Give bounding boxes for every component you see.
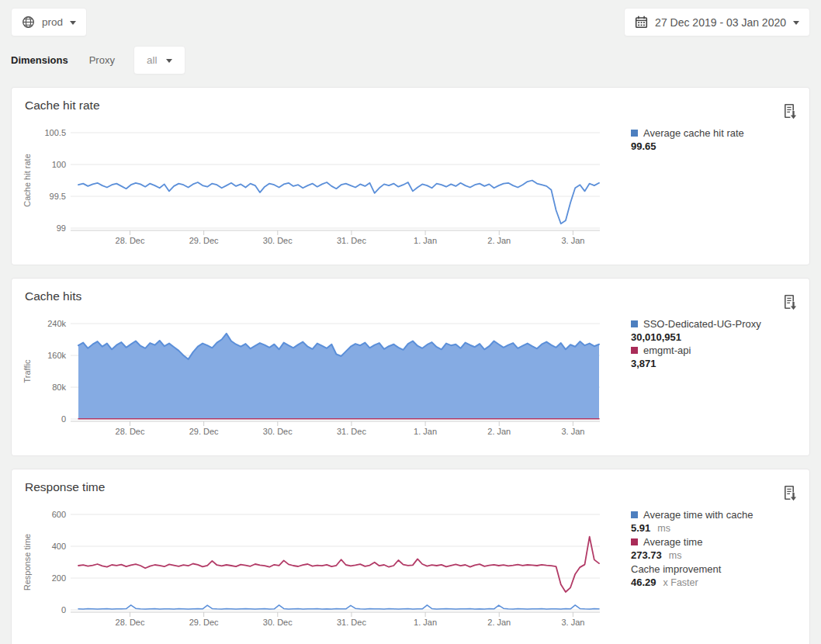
legend-label: Average time <box>643 535 702 549</box>
legend-item: Average time273.73ms <box>631 535 817 563</box>
legend-value: 99.65 <box>631 140 656 152</box>
proxy-filter-label: Proxy <box>89 54 115 66</box>
export-report-button[interactable] <box>782 294 798 311</box>
x-tick-label: 2. Jan <box>487 618 511 627</box>
dimensions-label: Dimensions <box>11 54 68 66</box>
x-tick-label: 1. Jan <box>414 236 437 245</box>
cache-hits-panel: Cache hits 240k160k80k0Traffic28. Dec29.… <box>11 278 810 456</box>
y-tick-label: 100.5 <box>44 128 66 137</box>
y-axis-title: Cache hit rate <box>23 154 32 206</box>
cache-hits-legend: SSO-Dedicated-UG-Proxy30,010,951emgmt-ap… <box>631 317 817 370</box>
y-tick-label: 240k <box>47 319 66 328</box>
x-tick-label: 29. Dec <box>189 236 219 245</box>
date-range-button[interactable]: 27 Dec 2019 - 03 Jan 2020 <box>624 8 810 36</box>
y-tick-label: 0 <box>61 605 66 615</box>
legend-unit: x Faster <box>663 577 698 588</box>
panel-title: Cache hit rate <box>25 99 100 113</box>
legend-swatch-icon <box>631 538 638 545</box>
x-tick-label: 3. Jan <box>561 618 584 627</box>
y-tick-label: 160k <box>47 351 66 360</box>
legend-item: emgmt-api3,871 <box>631 344 817 370</box>
x-tick-label: 3. Jan <box>561 236 584 245</box>
legend-label: SSO-Dedicated-UG-Proxy <box>643 317 761 331</box>
y-axis-title: Traffic <box>23 359 32 383</box>
x-tick-label: 1. Jan <box>414 618 437 627</box>
x-tick-label: 30. Dec <box>263 427 293 436</box>
panel-title: Cache hits <box>25 289 81 303</box>
x-tick-label: 28. Dec <box>116 618 145 627</box>
y-tick-label: 99 <box>57 223 66 233</box>
x-tick-label: 2. Jan <box>487 427 511 436</box>
y-tick-label: 80k <box>52 383 66 392</box>
cache-hit-rate-chart-canvas: 100.510099.599Cache hit rate28. Dec29. D… <box>12 125 625 249</box>
cache-hits-chart-canvas: 240k160k80k0Traffic28. Dec29. Dec30. Dec… <box>12 316 625 440</box>
response-time-panel: Response time 6004002000Response time28.… <box>11 469 810 644</box>
legend-label: Average time with cache <box>643 508 753 521</box>
series-line <box>78 537 599 592</box>
cache-hit-rate-legend: Average cache hit rate99.65 <box>631 126 817 153</box>
x-tick-label: 1. Jan <box>414 427 437 436</box>
legend-value: 273.73 <box>631 549 662 561</box>
chevron-down-icon <box>793 21 799 25</box>
x-tick-label: 31. Dec <box>337 236 366 245</box>
chevron-down-icon <box>166 59 172 63</box>
panel-title: Response time <box>25 480 105 494</box>
y-axis-title: Response time <box>23 534 32 590</box>
y-tick-label: 100 <box>52 160 66 169</box>
legend-item: Cache improvement46.29x Faster <box>631 563 817 590</box>
export-report-icon <box>782 294 798 311</box>
legend-swatch-icon <box>631 511 638 518</box>
x-tick-label: 30. Dec <box>263 236 293 245</box>
chevron-down-icon <box>70 21 76 25</box>
y-tick-label: 600 <box>52 510 66 519</box>
legend-label: Average cache hit rate <box>643 126 744 140</box>
export-report-button[interactable] <box>782 485 798 502</box>
legend-item: Average cache hit rate99.65 <box>631 126 817 153</box>
top-bar: prod 27 Dec 2019 - 03 Jan 2020 <box>0 0 821 36</box>
legend-label: emgmt-api <box>643 344 691 357</box>
legend-unit: ms <box>669 550 682 561</box>
environment-selector-value: prod <box>42 16 63 28</box>
export-report-icon <box>782 103 798 120</box>
x-tick-label: 2. Jan <box>487 236 511 245</box>
legend-value: 46.29 <box>631 576 656 588</box>
y-tick-label: 99.5 <box>50 192 66 201</box>
legend-item: Average time with cache5.91ms <box>631 508 817 535</box>
x-tick-label: 31. Dec <box>337 427 366 436</box>
y-tick-label: 400 <box>52 542 66 551</box>
cache-hit-rate-panel: Cache hit rate 100.510099.599Cache hit r… <box>11 87 810 265</box>
proxy-filter-value: all <box>147 54 158 66</box>
y-tick-label: 200 <box>52 573 66 583</box>
legend-item: SSO-Dedicated-UG-Proxy30,010,951 <box>631 317 817 344</box>
y-tick-label: 0 <box>61 414 66 424</box>
response-time-legend: Average time with cache5.91msAverage tim… <box>631 508 817 590</box>
legend-unit: ms <box>657 523 670 534</box>
series-line <box>78 181 599 224</box>
legend-value: 5.91 <box>631 522 650 534</box>
legend-swatch-icon <box>631 320 638 327</box>
response-time-chart-canvas: 6004002000Response time28. Dec29. Dec30.… <box>12 507 625 631</box>
x-tick-label: 28. Dec <box>116 236 145 245</box>
calendar-icon <box>635 16 648 29</box>
x-tick-label: 3. Jan <box>561 427 584 436</box>
x-tick-label: 29. Dec <box>189 618 219 627</box>
environment-selector-button[interactable]: prod <box>11 8 87 36</box>
legend-label: Cache improvement <box>631 563 721 576</box>
legend-swatch-icon <box>631 130 638 137</box>
export-report-icon <box>782 485 798 502</box>
date-range-value: 27 Dec 2019 - 03 Jan 2020 <box>655 16 786 29</box>
x-tick-label: 30. Dec <box>263 618 293 627</box>
x-tick-label: 28. Dec <box>116 427 145 436</box>
proxy-filter-dropdown[interactable]: all <box>133 46 186 74</box>
export-report-button[interactable] <box>782 103 798 120</box>
x-tick-label: 29. Dec <box>189 427 219 436</box>
legend-swatch-icon <box>631 347 638 354</box>
series-line <box>78 605 599 609</box>
filter-bar: Dimensions Proxy all <box>0 46 821 74</box>
globe-icon <box>22 16 35 29</box>
x-tick-label: 31. Dec <box>337 618 366 627</box>
legend-value: 3,871 <box>631 358 656 369</box>
legend-value: 30,010,951 <box>631 331 681 343</box>
